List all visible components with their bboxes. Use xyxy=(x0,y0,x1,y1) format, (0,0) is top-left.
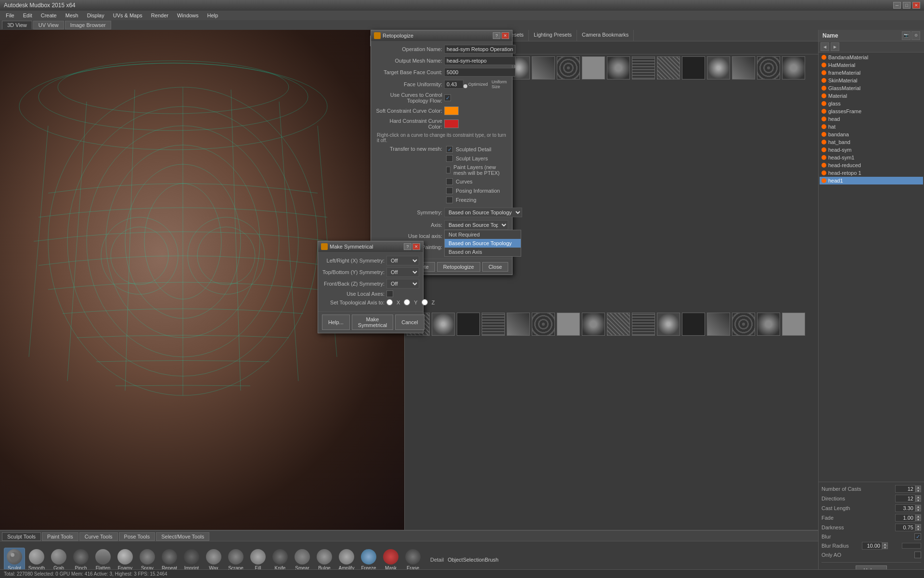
menu-create[interactable]: Create xyxy=(37,12,61,19)
num-casts-down[interactable]: ▼ xyxy=(915,489,921,492)
only-ao-checkbox[interactable] xyxy=(914,552,921,558)
sculpted-detail-checkbox[interactable] xyxy=(446,146,453,153)
sym-close-icon[interactable]: ✕ xyxy=(412,243,420,250)
scene-item-head[interactable]: head xyxy=(820,115,923,123)
paint-layers-checkbox[interactable] xyxy=(446,167,450,173)
tool-spray[interactable]: Spray xyxy=(137,548,158,572)
tab-image-browser[interactable]: Image Browser xyxy=(65,21,111,29)
stamp-item-8[interactable] xyxy=(582,56,605,79)
stamp-item-18[interactable] xyxy=(432,313,455,336)
output-mesh-input[interactable] xyxy=(444,56,515,65)
scene-item-head-retopo[interactable]: head-retopo 1 xyxy=(820,169,923,177)
scene-item-hat_band[interactable]: hat_band xyxy=(820,138,923,146)
camera-icon[interactable]: 📷 xyxy=(902,31,911,40)
toolbar-tab-curve[interactable]: Curve Tools xyxy=(79,532,118,541)
stamp-item-6[interactable] xyxy=(532,56,555,79)
op-name-input[interactable] xyxy=(444,45,515,53)
stamp-item-9[interactable] xyxy=(607,56,630,79)
stamp-item-13[interactable] xyxy=(707,56,730,79)
directions-down[interactable]: ▼ xyxy=(915,499,921,502)
num-casts-up[interactable]: ▲ xyxy=(915,486,921,489)
sculpt-layers-checkbox[interactable] xyxy=(446,155,453,162)
soft-constraint-color[interactable] xyxy=(444,106,459,115)
cast-length-down[interactable]: ▼ xyxy=(915,508,921,512)
make-sym-button[interactable]: Make Symmetrical xyxy=(352,315,394,330)
sym-help-icon[interactable]: ? xyxy=(404,243,411,250)
scene-item-frameMaterial[interactable]: frameMaterial xyxy=(820,69,923,77)
minimize-button[interactable]: ─ xyxy=(893,2,901,9)
scene-item-glassesFrame[interactable]: glassesFrame xyxy=(820,107,923,115)
scene-nav-next[interactable]: ▶ xyxy=(831,42,839,51)
num-casts-input[interactable] xyxy=(895,485,915,493)
stamp-item-7[interactable] xyxy=(557,56,580,79)
sym-help-button[interactable]: Help... xyxy=(322,315,350,330)
tool-knife[interactable]: Knife xyxy=(270,548,291,572)
retopo-close-icon[interactable]: ✕ xyxy=(501,32,509,39)
retopologize-button[interactable]: Retopologize xyxy=(437,262,480,272)
retopo-help-icon[interactable]: ? xyxy=(493,32,500,39)
stamp-item-27[interactable] xyxy=(657,313,680,336)
toolbar-tab-pose[interactable]: Pose Tools xyxy=(119,532,155,541)
fade-down[interactable]: ▼ xyxy=(915,518,921,521)
blur-checkbox[interactable] xyxy=(914,533,921,540)
tool-fill[interactable]: Fill xyxy=(247,548,269,572)
stamp-tab-camera[interactable]: Camera Bookmarks xyxy=(577,30,634,41)
maximize-button[interactable]: □ xyxy=(903,2,911,9)
fade-input[interactable] xyxy=(895,514,915,522)
use-local-axes-checkbox[interactable] xyxy=(386,290,393,297)
tool-flatten[interactable]: Flatten xyxy=(92,548,114,572)
directions-up[interactable]: ▲ xyxy=(915,495,921,499)
tool-imprint[interactable]: Imprint xyxy=(181,548,202,572)
menu-mesh[interactable]: Mesh xyxy=(62,12,82,19)
darkness-down[interactable]: ▼ xyxy=(915,527,921,531)
axis-opt-based-source[interactable]: Based on Source Topology xyxy=(445,239,521,248)
sym-dialog-titlebar[interactable]: Make Symmetrical ? ✕ xyxy=(318,241,423,252)
tool-smooth[interactable]: Smooth xyxy=(26,548,47,572)
tool-wax[interactable]: Wax xyxy=(203,548,224,572)
menu-file[interactable]: File xyxy=(2,12,18,19)
fade-up[interactable]: ▲ xyxy=(915,514,921,518)
toolbar-tab-select[interactable]: Select/Move Tools xyxy=(156,532,209,541)
scene-nav-prev[interactable]: ◀ xyxy=(821,42,829,51)
stamp-item-26[interactable] xyxy=(632,313,655,336)
topo-z-radio[interactable] xyxy=(422,299,428,305)
axis-opt-not-required[interactable]: Not Required xyxy=(445,230,521,239)
tool-amplify[interactable]: Amplify xyxy=(336,548,357,572)
stamp-item-12[interactable] xyxy=(682,56,705,79)
close-button[interactable]: ✕ xyxy=(912,2,920,9)
stamp-item-25[interactable] xyxy=(607,313,630,336)
stamp-item-16[interactable] xyxy=(782,56,805,79)
stamp-item-11[interactable] xyxy=(657,56,680,79)
retopo-close-button[interactable]: Close xyxy=(482,262,508,272)
stamp-item-14[interactable] xyxy=(732,56,755,79)
sym-cancel-button[interactable]: Cancel xyxy=(395,315,424,330)
stamp-item-10[interactable] xyxy=(632,56,655,79)
tool-erase[interactable]: Erase xyxy=(402,548,424,572)
tool-sculpt[interactable]: Sculpt xyxy=(4,548,25,572)
axis-dropdown-select[interactable]: Not Required Based on Source Topology Ba… xyxy=(444,220,508,230)
toolbar-tab-sculpt[interactable]: Sculpt Tools xyxy=(2,532,41,541)
scene-item-Material[interactable]: Material xyxy=(820,92,923,100)
blur-radius-up[interactable]: ▲ xyxy=(882,542,888,546)
darkness-input[interactable] xyxy=(895,524,915,531)
blur-radius-slider[interactable] xyxy=(902,543,921,549)
menu-help[interactable]: Help xyxy=(204,12,222,19)
stamp-item-19[interactable] xyxy=(457,313,480,336)
darkness-up[interactable]: ▲ xyxy=(915,524,921,527)
stamp-tab-lighting[interactable]: Lighting Presets xyxy=(529,30,577,41)
scene-item-bandana[interactable]: bandana xyxy=(820,131,923,138)
tab-3d-view[interactable]: 3D View xyxy=(2,21,32,29)
menu-display[interactable]: Display xyxy=(83,12,108,19)
stamp-item-20[interactable] xyxy=(482,313,505,336)
toolbar-tab-paint[interactable]: Paint Tools xyxy=(42,532,78,541)
tool-freeze[interactable]: Freeze xyxy=(358,548,379,572)
tool-bulge[interactable]: Bulge xyxy=(314,548,335,572)
face-uniformity-input[interactable] xyxy=(444,80,463,89)
topo-y-radio[interactable] xyxy=(404,299,410,305)
tb-sym-dropdown[interactable]: Off On xyxy=(386,267,419,277)
cast-length-up[interactable]: ▲ xyxy=(915,505,921,508)
hard-constraint-color[interactable] xyxy=(444,119,459,128)
directions-input[interactable] xyxy=(895,495,915,502)
use-curves-checkbox[interactable] xyxy=(444,94,451,101)
tool-pinch[interactable]: Pinch xyxy=(70,548,91,572)
